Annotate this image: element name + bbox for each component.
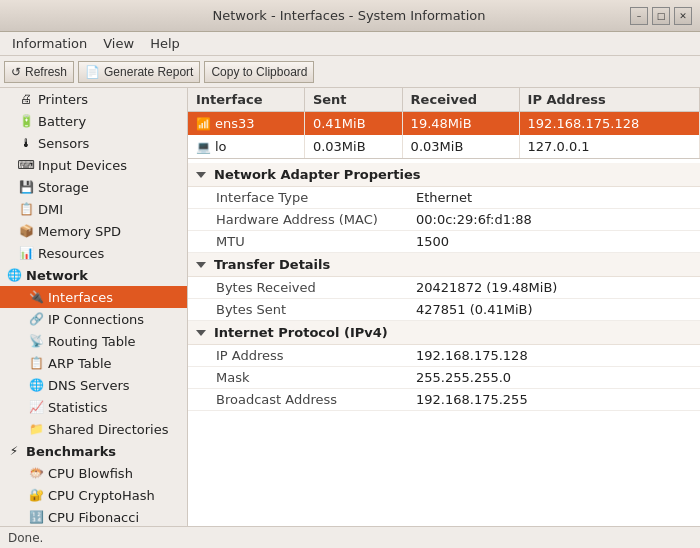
ip-connections-icon: 🔗 (28, 311, 44, 327)
sidebar-item-ip-connections[interactable]: 🔗IP Connections (0, 308, 187, 330)
prop-value: 20421872 (19.48MiB) (416, 280, 557, 295)
input-devices-icon: ⌨ (18, 157, 34, 173)
menu-help[interactable]: Help (142, 34, 188, 53)
shared-dirs-icon: 📁 (28, 421, 44, 437)
printers-icon: 🖨 (18, 91, 34, 107)
prop-value: 00:0c:29:6f:d1:88 (416, 212, 532, 227)
sidebar-item-dmi[interactable]: 📋DMI (0, 198, 187, 220)
sidebar-item-label: IP Connections (48, 312, 144, 327)
sidebar-item-label: CPU Fibonacci (48, 510, 139, 525)
table-row[interactable]: 📶ens330.41MiB19.48MiB192.168.175.128 (188, 112, 700, 136)
sidebar-item-network[interactable]: 🌐Network (0, 264, 187, 286)
menu-information[interactable]: Information (4, 34, 95, 53)
sensors-icon: 🌡 (18, 135, 34, 151)
prop-row: MTU1500 (188, 231, 700, 253)
collapse-icon[interactable] (196, 330, 206, 336)
prop-key: Bytes Received (216, 280, 416, 295)
storage-icon: 💾 (18, 179, 34, 195)
col-header-received: Received (402, 88, 519, 112)
interfaces-icon: 🔌 (28, 289, 44, 305)
sidebar-item-memory-spd[interactable]: 📦Memory SPD (0, 220, 187, 242)
collapse-icon[interactable] (196, 172, 206, 178)
cryptohash-icon: 🔐 (28, 487, 44, 503)
prop-key: IP Address (216, 348, 416, 363)
sidebar-item-label: Memory SPD (38, 224, 121, 239)
sidebar-item-printers[interactable]: 🖨Printers (0, 88, 187, 110)
prop-key: Mask (216, 370, 416, 385)
sidebar-item-label: Battery (38, 114, 86, 129)
memory-spd-icon: 📦 (18, 223, 34, 239)
sidebar-item-routing-table[interactable]: 📡Routing Table (0, 330, 187, 352)
sidebar-item-sensors[interactable]: 🌡Sensors (0, 132, 187, 154)
prop-row: Interface TypeEthernet (188, 187, 700, 209)
sidebar-item-arp-table[interactable]: 📋ARP Table (0, 352, 187, 374)
sidebar-item-cryptohash[interactable]: 🔐CPU CryptoHash (0, 484, 187, 506)
sidebar-item-label: Benchmarks (26, 444, 116, 459)
sidebar: 🖨Printers🔋Battery🌡Sensors⌨Input Devices💾… (0, 88, 188, 526)
prop-value: 427851 (0.41MiB) (416, 302, 533, 317)
sidebar-item-label: Statistics (48, 400, 107, 415)
minimize-button[interactable]: – (630, 7, 648, 25)
prop-value: Ethernet (416, 190, 472, 205)
sidebar-item-resources[interactable]: 📊Resources (0, 242, 187, 264)
fibonacci-icon: 🔢 (28, 509, 44, 525)
toolbar: ↺ Refresh 📄 Generate Report Copy to Clip… (0, 56, 700, 88)
close-button[interactable]: ✕ (674, 7, 692, 25)
sidebar-item-label: Routing Table (48, 334, 136, 349)
sidebar-item-benchmarks[interactable]: ⚡Benchmarks (0, 440, 187, 462)
sidebar-item-label: Resources (38, 246, 104, 261)
sidebar-item-storage[interactable]: 💾Storage (0, 176, 187, 198)
statistics-icon: 📈 (28, 399, 44, 415)
blowfish-icon: 🐡 (28, 465, 44, 481)
table-row[interactable]: 💻lo0.03MiB0.03MiB127.0.0.1 (188, 135, 700, 158)
interface-icon: 💻 (196, 140, 211, 154)
status-text: Done. (8, 531, 43, 545)
prop-row: Bytes Received20421872 (19.48MiB) (188, 277, 700, 299)
prop-row: IP Address192.168.175.128 (188, 345, 700, 367)
prop-key: MTU (216, 234, 416, 249)
section-header-1: Transfer Details (188, 253, 700, 277)
sidebar-item-blowfish[interactable]: 🐡CPU Blowfish (0, 462, 187, 484)
sidebar-item-dns-servers[interactable]: 🌐DNS Servers (0, 374, 187, 396)
sidebar-item-label: CPU Blowfish (48, 466, 133, 481)
sidebar-item-fibonacci[interactable]: 🔢CPU Fibonacci (0, 506, 187, 526)
copy-clipboard-button[interactable]: Copy to Clipboard (204, 61, 314, 83)
prop-value: 255.255.255.0 (416, 370, 511, 385)
sidebar-item-label: Network (26, 268, 88, 283)
sidebar-item-label: Shared Directories (48, 422, 169, 437)
sidebar-item-interfaces[interactable]: 🔌Interfaces (0, 286, 187, 308)
content-area: Interface Sent Received IP Address 📶ens3… (188, 88, 700, 526)
prop-row: Mask255.255.255.0 (188, 367, 700, 389)
col-header-interface: Interface (188, 88, 304, 112)
prop-key: Interface Type (216, 190, 416, 205)
window-controls: – □ ✕ (630, 7, 692, 25)
sidebar-item-input-devices[interactable]: ⌨Input Devices (0, 154, 187, 176)
main-area: 🖨Printers🔋Battery🌡Sensors⌨Input Devices💾… (0, 88, 700, 526)
sidebar-item-label: CPU CryptoHash (48, 488, 155, 503)
col-header-ip: IP Address (519, 88, 699, 112)
table-header-row: Interface Sent Received IP Address (188, 88, 700, 112)
refresh-button[interactable]: ↺ Refresh (4, 61, 74, 83)
sidebar-item-label: Printers (38, 92, 88, 107)
maximize-button[interactable]: □ (652, 7, 670, 25)
benchmarks-icon: ⚡ (6, 443, 22, 459)
routing-table-icon: 📡 (28, 333, 44, 349)
generate-report-button[interactable]: 📄 Generate Report (78, 61, 200, 83)
prop-key: Bytes Sent (216, 302, 416, 317)
report-icon: 📄 (85, 65, 100, 79)
menubar: Information View Help (0, 32, 700, 56)
sidebar-item-battery[interactable]: 🔋Battery (0, 110, 187, 132)
dmi-icon: 📋 (18, 201, 34, 217)
battery-icon: 🔋 (18, 113, 34, 129)
prop-value: 1500 (416, 234, 449, 249)
sidebar-item-label: Sensors (38, 136, 89, 151)
prop-value: 192.168.175.255 (416, 392, 528, 407)
interfaces-table-area: Interface Sent Received IP Address 📶ens3… (188, 88, 700, 158)
sidebar-item-label: ARP Table (48, 356, 112, 371)
sidebar-item-shared-dirs[interactable]: 📁Shared Directories (0, 418, 187, 440)
section-header-0: Network Adapter Properties (188, 163, 700, 187)
sidebar-item-statistics[interactable]: 📈Statistics (0, 396, 187, 418)
collapse-icon[interactable] (196, 262, 206, 268)
menu-view[interactable]: View (95, 34, 142, 53)
sidebar-item-label: DMI (38, 202, 63, 217)
